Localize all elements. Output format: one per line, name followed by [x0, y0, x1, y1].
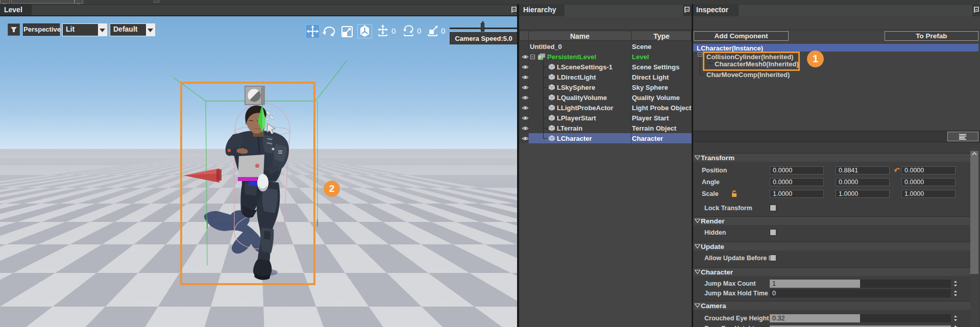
svg-text:0: 0 — [441, 27, 445, 35]
svg-text:0: 0 — [417, 27, 421, 35]
svg-text:0: 0 — [391, 27, 396, 35]
